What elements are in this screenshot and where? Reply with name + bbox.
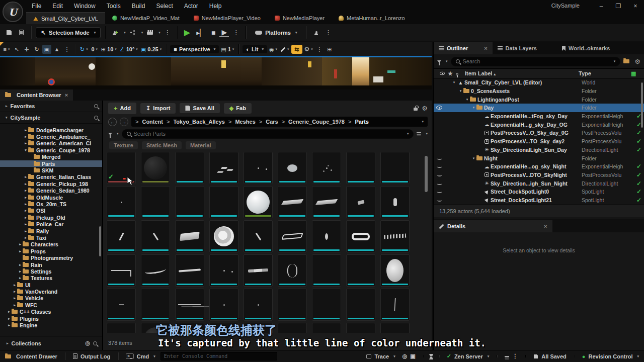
asset-tab[interactable]: NewMediaPlayer bbox=[268, 12, 332, 24]
asset-tile[interactable] bbox=[141, 186, 170, 218]
menu-item-edit[interactable]: Edit bbox=[47, 0, 68, 12]
new-folder-icon[interactable] bbox=[623, 59, 629, 63]
location-snap-icon[interactable]: ↻▾ bbox=[79, 45, 89, 54]
viewport-settings-icon[interactable]: ⚙▾ bbox=[303, 45, 314, 54]
eye-open-icon[interactable] bbox=[434, 106, 445, 110]
restore-button[interactable]: ❐ bbox=[610, 0, 627, 12]
eye-closed-icon[interactable] bbox=[434, 199, 445, 202]
viewport-menu-icon[interactable]: ≡▾ bbox=[2, 45, 11, 54]
grid-scrollbar[interactable] bbox=[425, 156, 428, 192]
breadcrumb-segment[interactable]: Parts bbox=[355, 119, 369, 125]
lit-mode-dropdown[interactable]: ◐Lit▾ bbox=[243, 45, 267, 53]
find-asset-icon[interactable] bbox=[16, 28, 26, 38]
stop-button[interactable]: ■ bbox=[209, 29, 217, 37]
folder-tree-item[interactable]: ▸Generic_Ambulance_ bbox=[0, 133, 102, 140]
folder-tree-item[interactable]: ▸C++ Classes bbox=[0, 309, 102, 315]
breadcrumb-segment[interactable]: Content bbox=[142, 119, 163, 125]
filter-icon[interactable] bbox=[437, 60, 441, 63]
filter-chip[interactable]: Texture bbox=[109, 141, 138, 149]
asset-tile[interactable] bbox=[312, 220, 341, 252]
asset-tile[interactable] bbox=[141, 254, 170, 287]
show-flags-icon[interactable]: ◉▾ bbox=[268, 45, 278, 54]
folder-tree-item[interactable]: ▸Taxi bbox=[0, 234, 102, 241]
platforms-dropdown[interactable]: Platforms▾ bbox=[251, 28, 301, 37]
console-command-input[interactable] bbox=[160, 352, 277, 360]
asset-tile[interactable] bbox=[278, 152, 307, 184]
folder-tree-item[interactable]: SKM bbox=[0, 167, 102, 173]
asset-tile[interactable] bbox=[175, 152, 204, 184]
folder-tree-item[interactable]: ▸VanOverland bbox=[0, 288, 102, 295]
folder-tree-item[interactable]: ▸Rally bbox=[0, 228, 102, 234]
viewport[interactable] bbox=[0, 56, 432, 89]
asset-tile[interactable] bbox=[244, 254, 273, 287]
search-icon[interactable] bbox=[94, 104, 98, 108]
play-from-here-button[interactable]: ▶ bbox=[219, 28, 229, 37]
menu-item-actor[interactable]: Actor bbox=[179, 0, 204, 12]
outliner-row[interactable]: ☀Sky_DirectionalLigh_Sun_DayDirectionalL… bbox=[434, 146, 644, 154]
asset-tile[interactable] bbox=[175, 289, 204, 321]
brush-icon[interactable]: ▾ bbox=[279, 45, 290, 54]
asset-tile[interactable] bbox=[346, 152, 375, 184]
asset-tile[interactable] bbox=[312, 186, 341, 218]
asset-tile[interactable] bbox=[346, 186, 375, 218]
asset-tile[interactable] bbox=[209, 220, 238, 252]
outliner-row[interactable]: Street_DockSpotLight21SpotLight✓ bbox=[434, 196, 644, 205]
add-actor-icon[interactable]: + bbox=[110, 28, 120, 38]
asset-tile[interactable] bbox=[346, 220, 375, 252]
blueprints-icon[interactable] bbox=[128, 28, 138, 38]
asset-tile[interactable] bbox=[141, 289, 170, 321]
favorites-row[interactable]: ▸Favorites bbox=[0, 101, 102, 112]
folder-tree-item[interactable]: ▸Generic_Sedan_1980 bbox=[0, 188, 102, 194]
asset-tile[interactable] bbox=[107, 220, 136, 252]
asset-tile[interactable] bbox=[244, 152, 273, 184]
kebab-icon[interactable]: ⋮ bbox=[315, 45, 324, 54]
folder-tree-item[interactable]: ▸UI bbox=[0, 282, 102, 288]
tab-outliner[interactable]: Outliner× bbox=[434, 42, 493, 54]
item-label-column[interactable]: Item Label ▴ bbox=[465, 70, 579, 76]
grid-snap-value[interactable]: ⊞ 10▾ bbox=[100, 45, 118, 54]
folder-tree-item[interactable]: ▸WFC bbox=[0, 302, 102, 308]
menu-item-build[interactable]: Build bbox=[126, 0, 151, 12]
outliner-row[interactable]: ☁ExponentialHe...tFog_sky_DayExponential… bbox=[434, 112, 644, 121]
asset-tab[interactable]: NewMediaPlayer_Video bbox=[187, 12, 268, 24]
folder-tree-item[interactable]: ▸Generic_Pickup_198 bbox=[0, 180, 102, 187]
eye-closed-icon[interactable] bbox=[434, 190, 445, 193]
back-icon[interactable]: ← bbox=[108, 118, 117, 126]
zen-server-dropdown[interactable]: ✓Zen Server▾ bbox=[445, 353, 492, 359]
play-button[interactable]: ▶ bbox=[182, 28, 192, 37]
filter-icon[interactable] bbox=[108, 133, 112, 135]
offset-snap-value[interactable]: 0▾ bbox=[90, 45, 99, 54]
tab-data-layers[interactable]: Data Layers bbox=[493, 42, 542, 54]
folder-tree-item[interactable]: ▸Rain bbox=[0, 261, 102, 268]
folder-tree-item[interactable]: ▸DodgeRamcharger bbox=[0, 127, 102, 133]
asset-tile[interactable] bbox=[278, 289, 307, 321]
kebab-icon[interactable]: ⋮ bbox=[323, 28, 333, 38]
outliner-row[interactable]: ▾DayFolder bbox=[434, 104, 644, 112]
asset-tile[interactable] bbox=[209, 152, 238, 184]
kebab-icon[interactable]: ⋮ bbox=[62, 45, 71, 54]
asset-tile[interactable] bbox=[209, 289, 238, 321]
pin-column-icon[interactable] bbox=[456, 70, 465, 76]
folder-tree-item[interactable]: ▾Generic_Coupe_1978 bbox=[0, 147, 102, 153]
eye-column-icon[interactable] bbox=[440, 72, 445, 75]
asset-tile[interactable] bbox=[107, 186, 136, 218]
content-drawer-button[interactable]: Content Drawer bbox=[3, 353, 59, 359]
breadcrumb-segment[interactable]: Cars bbox=[266, 119, 278, 125]
asset-tab[interactable]: NewMediaP_Video_Mat bbox=[105, 12, 187, 24]
asset-tab[interactable]: Small_City_Cyber_LVL bbox=[26, 12, 105, 24]
asset-tile[interactable] bbox=[209, 186, 238, 218]
folder-tree-item[interactable]: Parts bbox=[0, 160, 102, 167]
folder-tree-item[interactable]: ▸Vehicle bbox=[0, 295, 102, 302]
asset-tile[interactable] bbox=[380, 186, 410, 218]
eye-closed-icon[interactable] bbox=[434, 165, 445, 168]
settings-icon[interactable] bbox=[311, 28, 321, 38]
kebab-icon[interactable]: ⋮ bbox=[163, 28, 173, 38]
close-icon[interactable]: × bbox=[544, 223, 547, 229]
outliner-row[interactable]: ☀Sky_Direction...igh_Sun_NightDirectiona… bbox=[434, 179, 644, 188]
tab-details[interactable]: Details× bbox=[434, 220, 552, 232]
folder-tree-item[interactable]: ▸Generic_Italian_Class bbox=[0, 174, 102, 180]
asset-tile[interactable] bbox=[175, 220, 204, 252]
close-icon[interactable]: × bbox=[65, 92, 68, 98]
rotation-snap-value[interactable]: ∠ 10°▾ bbox=[119, 45, 139, 54]
asset-tile[interactable] bbox=[380, 254, 410, 287]
